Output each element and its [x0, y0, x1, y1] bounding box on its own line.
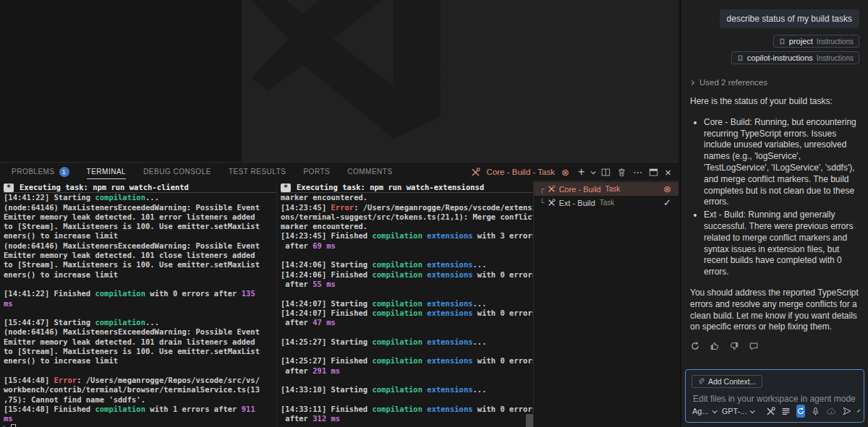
text-segment: [14:24:06] Starting: [281, 260, 372, 269]
panel-tab-problems[interactable]: PROBLEMS1: [12, 164, 69, 181]
terminal-line: [14:24:07] Starting compilation extensio…: [281, 299, 533, 309]
terminal-line: [281, 376, 533, 385]
thumbs-down-icon[interactable]: [729, 341, 739, 351]
panel-tab-debug-console[interactable]: DEBUG CONSOLE: [143, 165, 211, 179]
active-task-label: Core - Build - Task: [487, 168, 555, 176]
terminal-name: Ext - Build: [559, 199, 595, 207]
model-value: GPT-...: [722, 407, 747, 415]
response-outro: You should address the reported TypeScri…: [690, 288, 859, 333]
text-segment: Emitter memory leak detected. 101 drain …: [4, 337, 255, 346]
text-segment: ...: [145, 193, 159, 202]
terminal-line: eners() to increase limit: [4, 356, 276, 366]
tools-icon[interactable]: [766, 405, 775, 418]
kill-terminal-icon[interactable]: [617, 168, 626, 177]
text-segment: Error: [331, 203, 354, 212]
terminal-line: [4, 366, 276, 376]
editor-area: [0, 0, 678, 163]
copilot-chat-sidebar: describe status of my build tasks projec…: [680, 0, 868, 427]
terminal-line: [281, 395, 533, 405]
terminal-line: (node:64146) MaxListenersExceededWarning…: [4, 241, 276, 251]
microphone-icon[interactable]: [811, 405, 820, 418]
workbench-main: PROBLEMS1TERMINALDEBUG CONSOLETEST RESUL…: [0, 0, 678, 427]
agent-mode-select[interactable]: Ag...: [692, 407, 716, 415]
text-segment: 312 ms: [312, 414, 340, 423]
user-message-bubble: describe status of my build tasks: [720, 9, 859, 28]
comment-icon[interactable]: [749, 341, 759, 351]
panel-tab-test-results[interactable]: TEST RESULTS: [229, 165, 286, 179]
tools-icon: [471, 168, 480, 177]
terminal-line: [14:25:27] Finished compilation extensio…: [281, 356, 533, 366]
text-segment: with 0 errors: [473, 356, 533, 365]
assistant-response: Here is the status of your build tasks: …: [690, 96, 859, 333]
text-segment: (node:64146) MaxListenersExceededWarning…: [4, 203, 260, 212]
terminal-list-item-ext-build[interactable]: └Ext - BuildTask✓: [534, 196, 678, 210]
text-segment: with 0 errors after: [145, 289, 242, 298]
terminal-list-item-core-build[interactable]: ┌Core - BuildTask⊗: [534, 182, 678, 196]
chat-input-box[interactable]: Add Context... Edit files in your worksp…: [685, 369, 864, 423]
add-context-button[interactable]: Add Context...: [692, 375, 762, 388]
split-terminal-icon[interactable]: [601, 168, 610, 177]
instruction-chip-project[interactable]: projectInstructions: [773, 35, 859, 48]
terminal-kind: Task: [600, 199, 615, 207]
terminal-line: after 55 ms: [281, 280, 533, 289]
text-segment: workbench/contrib/terminal/browser/termi…: [4, 385, 260, 394]
terminal-line: after 312 ms: [281, 414, 533, 423]
text-segment: to [Stream]. MaxListeners is 100. Use em…: [4, 260, 260, 269]
todo-list-icon[interactable]: [781, 405, 791, 418]
text-segment: 69 ms: [312, 241, 336, 250]
terminal-line: after 291 ms: [281, 366, 533, 376]
chat-input-placeholder[interactable]: Edit files in your workspace in agent mo…: [693, 394, 856, 404]
send-options-chevron-icon[interactable]: [857, 409, 860, 412]
terminal-pane-core-build[interactable]: *Executing task: npm run watch-clientd[1…: [0, 181, 277, 427]
send-button[interactable]: [842, 405, 852, 418]
terminal-line: [14:23:45] Finished compilation extensio…: [281, 231, 533, 241]
text-segment: extensions: [427, 356, 472, 365]
text-segment: ,75): Cannot find name 'sddfs'.: [4, 395, 145, 404]
terminal-line: [281, 327, 533, 337]
problems-count-badge: 1: [59, 167, 69, 177]
new-terminal-dropdown-icon[interactable]: [591, 169, 596, 174]
terminal-line: [281, 251, 533, 260]
text-segment: [15:44:48] Finished: [4, 405, 95, 413]
response-intro: Here is the status of your build tasks:: [690, 96, 859, 108]
terminal-line: eners() to increase limit: [4, 231, 276, 241]
model-select[interactable]: GPT-...: [722, 407, 754, 415]
terminal-tabs-list: ┌Core - BuildTask⊗└Ext - BuildTask✓: [533, 181, 678, 427]
terminal-command-header: *Executing task: npm run watch-clientd: [4, 183, 276, 193]
text-segment: with 0 errors: [473, 309, 533, 317]
more-actions-icon[interactable]: ⋯: [633, 168, 642, 177]
text-segment: [14:23:45] Finished: [281, 231, 372, 240]
success-status-icon[interactable]: ✓: [663, 198, 671, 207]
panel-tab-comments[interactable]: COMMENTS: [347, 165, 392, 179]
close-panel-icon[interactable]: ×: [665, 167, 671, 178]
new-terminal-button[interactable]: +: [578, 166, 584, 178]
text-segment: compilation: [372, 260, 422, 269]
text-segment: [14:24:07] Starting: [281, 299, 372, 308]
maximize-panel-icon[interactable]: [649, 168, 658, 177]
terminal-pane-ext-build[interactable]: *Executing task: npm run watch-extension…: [277, 181, 533, 427]
text-segment: [14:41:22] Finished: [4, 289, 95, 298]
text-segment: Executing task: npm run watch-clientd: [20, 183, 189, 191]
paperclip-icon: [697, 377, 705, 386]
instruction-chip-copilot-instructions[interactable]: copilot-instructionsInstructions: [731, 51, 859, 64]
used-references-row[interactable]: Used 2 references: [690, 78, 859, 87]
panel-tab-terminal[interactable]: TERMINAL: [87, 165, 127, 179]
text-segment: ...: [145, 318, 159, 327]
terminal-kind: Task: [605, 185, 621, 193]
thumbs-up-icon[interactable]: [710, 341, 720, 351]
panel-header: PROBLEMS1TERMINALDEBUG CONSOLETEST RESUL…: [0, 163, 678, 181]
terminal-line: Emitter memory leak detected. 101 close …: [4, 251, 276, 260]
terminal-scrollbar[interactable]: [526, 414, 533, 427]
error-status-icon[interactable]: ⊗: [663, 184, 671, 194]
text-segment: ...: [473, 260, 487, 269]
auto-approve-button[interactable]: [796, 405, 805, 418]
retry-icon[interactable]: [690, 341, 700, 351]
text-segment: after: [281, 280, 312, 288]
terminal-line: marker encountered.: [281, 222, 533, 231]
panel-tab-label: TERMINAL: [87, 168, 127, 176]
panel-tab-ports[interactable]: PORTS: [303, 165, 330, 179]
terminal-line: [15:44:48] Finished compilation with 1 e…: [4, 405, 276, 414]
text-segment: extensions: [427, 337, 472, 346]
stop-task-icon[interactable]: ⊗: [561, 168, 569, 177]
text-segment: Emitter memory leak detected. 101 close …: [4, 251, 255, 259]
